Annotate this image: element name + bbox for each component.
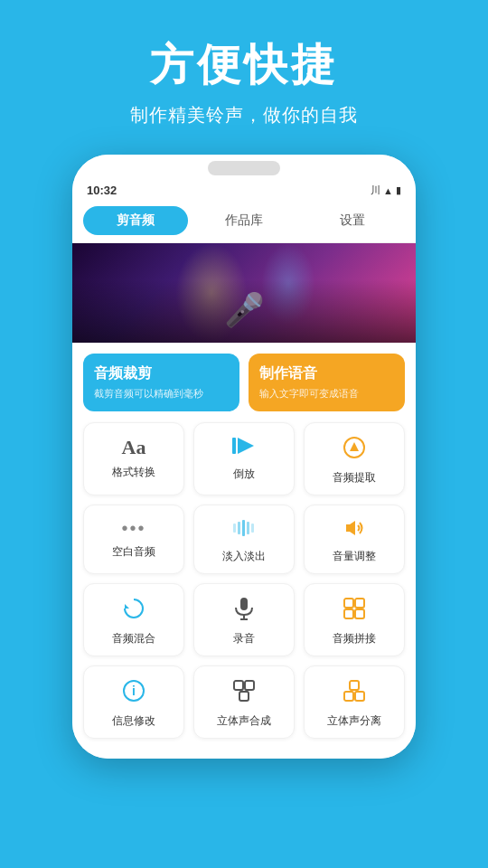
svg-rect-26 [344,692,353,701]
format-icon: Aa [122,436,146,459]
svg-rect-20 [234,681,243,690]
svg-rect-27 [355,692,364,701]
audio-crop-desc: 截剪音频可以精确到毫秒 [94,387,229,401]
grid-item-format[interactable]: Aa 格式转换 [83,422,184,495]
status-bar: 10:32 川 ▲ ▮ [72,182,416,199]
reverse-label: 倒放 [233,467,255,482]
grid-item-record[interactable]: 录音 [193,583,295,656]
grid-item-reverse[interactable]: 倒放 [193,422,295,495]
status-icons: 川 ▲ ▮ [371,184,401,197]
svg-marker-1 [238,438,254,454]
stereo-sep-label: 立体声分离 [327,713,381,729]
format-label: 格式转换 [112,465,155,480]
svg-rect-14 [344,599,353,608]
svg-rect-4 [233,524,236,533]
action-cards: 音频裁剪 截剪音频可以精确到毫秒 制作语音 输入文字即可变成语音 [72,343,416,422]
make-voice-title: 制作语音 [259,364,394,383]
stereo-mix-icon [232,679,256,708]
blank-icon: ••• [121,518,145,539]
reverse-icon [232,436,256,461]
tab-bar: 剪音频 作品库 设置 [72,199,416,243]
phone-top-bar [72,155,416,182]
audio-crop-title: 音频裁剪 [94,364,229,383]
grid-row-4: i 信息修改 立体声合成 [83,665,405,739]
svg-marker-10 [125,604,129,609]
svg-rect-5 [238,522,240,534]
svg-text:i: i [132,684,136,698]
mix-label: 音频混合 [112,631,155,646]
svg-rect-21 [245,681,254,690]
battery-icon: ▮ [396,184,401,196]
tab-works[interactable]: 作品库 [192,206,296,235]
mix-icon [122,597,145,626]
tab-audio-cut[interactable]: 剪音频 [83,206,188,235]
grid-item-concat[interactable]: 音频拼接 [304,583,405,656]
info-icon: i [122,679,145,708]
tab-settings[interactable]: 设置 [300,206,405,235]
header-section: 方便快捷 制作精美铃声，做你的自我 [0,0,488,146]
record-label: 录音 [233,631,255,646]
grid-item-stereo-mix[interactable]: 立体声合成 [193,665,295,739]
svg-marker-9 [346,521,355,535]
main-title: 方便快捷 [18,36,470,94]
extract-icon [343,436,366,465]
svg-rect-8 [251,524,254,533]
signal-icon: 川 [371,184,380,197]
volume-label: 音量调整 [333,549,376,564]
svg-rect-25 [350,681,359,690]
grid-row-2: ••• 空白音频 淡入淡出 [83,505,405,574]
svg-rect-17 [355,609,364,618]
record-icon [234,597,254,626]
phone-notch [208,161,280,175]
make-voice-desc: 输入文字即可变成语音 [259,387,394,401]
grid-item-volume[interactable]: 音量调整 [304,505,405,574]
blank-label: 空白音频 [112,544,155,560]
grid-item-mix[interactable]: 音频混合 [83,583,184,656]
grid-item-extract[interactable]: 音频提取 [304,422,405,495]
stereo-sep-icon [343,679,366,708]
svg-rect-0 [232,438,236,454]
sub-title: 制作精美铃声，做你的自我 [18,103,470,127]
svg-rect-11 [240,598,248,610]
grid-row-3: 音频混合 录音 [83,583,405,656]
phone: 10:32 川 ▲ ▮ 剪音频 作品库 设置 🎤 音频裁剪 截剪音频可以精确到毫… [72,155,416,759]
volume-icon [343,518,366,543]
grid-section: Aa 格式转换 倒放 [72,422,416,759]
wifi-icon: ▲ [383,185,393,196]
info-label: 信息修改 [112,713,155,729]
svg-rect-22 [239,692,249,701]
grid-item-info[interactable]: i 信息修改 [83,665,184,739]
svg-rect-6 [242,520,245,536]
status-time: 10:32 [87,184,117,197]
svg-rect-16 [344,609,353,618]
grid-item-fadein[interactable]: 淡入淡出 [193,505,295,574]
fadein-icon [232,518,256,543]
stereo-mix-label: 立体声合成 [217,713,271,729]
concat-icon [343,597,366,626]
action-card-audio-crop[interactable]: 音频裁剪 截剪音频可以精确到毫秒 [83,354,239,411]
concat-label: 音频拼接 [333,631,376,646]
extract-label: 音频提取 [333,470,376,486]
svg-rect-7 [247,522,249,534]
action-card-make-voice[interactable]: 制作语音 输入文字即可变成语音 [249,354,405,411]
banner: 🎤 [72,243,416,343]
fadein-label: 淡入淡出 [222,549,266,564]
svg-marker-3 [350,442,359,451]
banner-figure: 🎤 [224,291,265,329]
svg-rect-15 [355,599,364,608]
grid-row-1: Aa 格式转换 倒放 [83,422,405,495]
phone-wrapper: 10:32 川 ▲ ▮ 剪音频 作品库 设置 🎤 音频裁剪 截剪音频可以精确到毫… [0,155,488,759]
grid-item-blank[interactable]: ••• 空白音频 [83,505,184,574]
grid-item-stereo-sep[interactable]: 立体声分离 [304,665,405,739]
